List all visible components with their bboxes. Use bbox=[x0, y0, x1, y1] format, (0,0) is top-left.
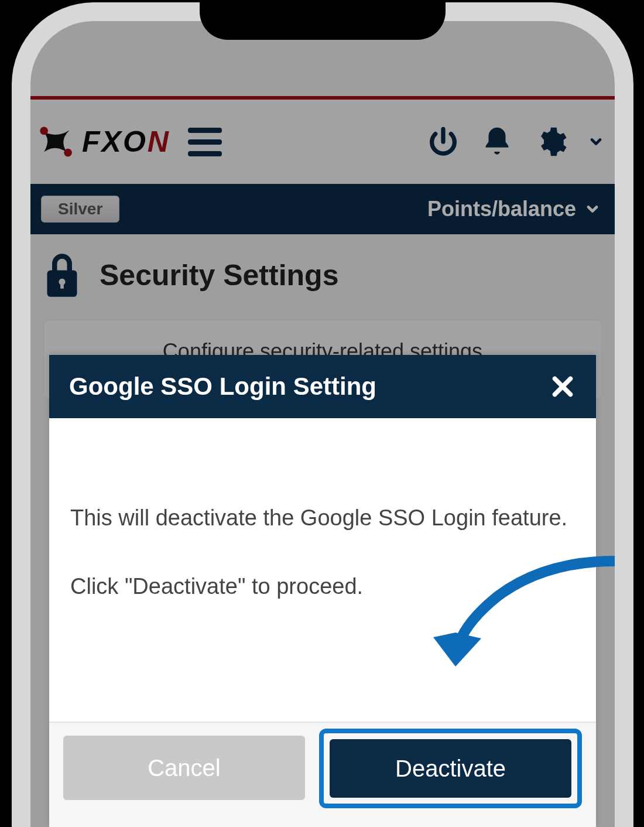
modal-body: This will deactivate the Google SSO Logi… bbox=[49, 418, 596, 722]
modal-text-1: This will deactivate the Google SSO Logi… bbox=[70, 500, 575, 536]
deactivate-highlight: Deactivate bbox=[319, 729, 582, 808]
modal-header: Google SSO Login Setting bbox=[49, 355, 596, 418]
deactivate-button[interactable]: Deactivate bbox=[330, 739, 571, 798]
cancel-button-label: Cancel bbox=[148, 755, 221, 781]
phone-notch bbox=[200, 2, 446, 40]
phone-frame: FXON Silv bbox=[12, 2, 633, 827]
deactivate-button-label: Deactivate bbox=[395, 756, 506, 782]
sso-modal: Google SSO Login Setting This will deact… bbox=[49, 355, 596, 827]
modal-text-2: Click "Deactivate" to proceed. bbox=[70, 569, 575, 604]
modal-footer: Cancel Deactivate bbox=[49, 722, 596, 827]
screen: FXON Silv bbox=[30, 21, 615, 827]
close-icon[interactable] bbox=[549, 373, 576, 400]
cancel-button[interactable]: Cancel bbox=[63, 736, 305, 800]
modal-title: Google SSO Login Setting bbox=[69, 373, 376, 401]
